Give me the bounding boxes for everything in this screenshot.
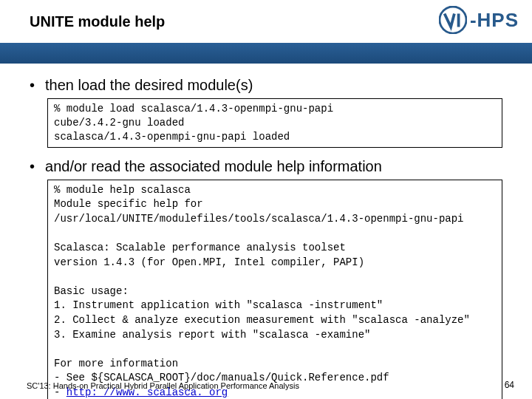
code-text: % module help scalasca Module specific h… xyxy=(54,184,464,225)
logo: -HPS xyxy=(439,6,519,34)
header-banner xyxy=(0,43,532,64)
vi-logo-icon xyxy=(439,6,467,34)
slide-title: UNITE module help xyxy=(30,13,165,30)
page-number: 64 xyxy=(505,380,514,390)
bullet-icon: • xyxy=(30,159,35,174)
code-block-help: % module help scalasca Module specific h… xyxy=(47,180,502,399)
bullet-text: and/or read the associated module help i… xyxy=(45,158,382,175)
bullet-text: then load the desired module(s) xyxy=(45,77,253,94)
code-text: Scalasca: Scalable performance analysis … xyxy=(54,242,364,268)
code-block-load: % module load scalasca/1.4.3-openmpi-gnu… xyxy=(47,98,502,148)
code-text: Basic usage: 1. Instrument application w… xyxy=(54,285,470,341)
slide-header: UNITE module help -HPS xyxy=(0,0,532,43)
bullet-item: • then load the desired module(s) xyxy=(30,77,502,94)
code-text: % module load scalasca/1.4.3-openmpi-gnu… xyxy=(54,103,333,143)
bullet-item: • and/or read the associated module help… xyxy=(30,158,502,175)
bullet-icon: • xyxy=(30,78,35,92)
slide-content: • then load the desired module(s) % modu… xyxy=(0,64,532,399)
footer-text: SC'13: Hands-on Practical Hybrid Paralle… xyxy=(27,381,299,390)
logo-text: -HPS xyxy=(470,9,519,32)
